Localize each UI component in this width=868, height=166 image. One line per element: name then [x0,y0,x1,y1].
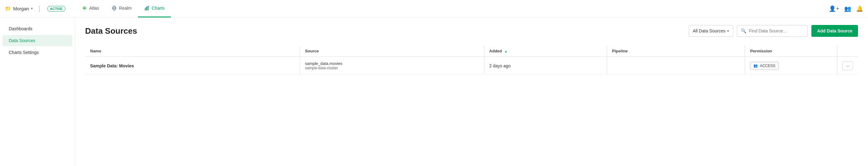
cell-name: Sample Data: Movies [85,57,300,75]
row-name-label: Sample Data: Movies [90,63,134,68]
chevron-down-icon: ▾ [31,7,33,11]
page-header: Data Sources All Data Sources ▾ 🔍 Add Da… [85,25,858,37]
col-header-name: Name [85,46,300,57]
access-label: ACCESS [760,64,775,68]
atlas-icon [82,5,87,11]
status-badge: ACTIVE [47,6,65,11]
page-title: Data Sources [85,26,684,36]
access-button[interactable]: 👥 ACCESS [750,62,778,70]
sidebar-item-charts-settings[interactable]: Charts Settings [2,47,72,58]
data-sources-table: Name Source Added ▲ Pipeline Permission [85,46,858,75]
col-header-permission: Permission [745,46,837,57]
col-header-source: Source [300,46,484,57]
realm-icon [112,5,117,11]
cell-permission: 👥 ACCESS [745,57,837,75]
table-header-row: Name Source Added ▲ Pipeline Permission [85,46,858,57]
more-icon: ··· [846,63,849,68]
sidebar-item-data-sources[interactable]: Data Sources [2,35,72,46]
cell-pipeline [607,57,745,75]
added-label: 2 days ago [489,63,511,68]
nav-link-atlas-label: Atlas [89,6,99,11]
sidebar: Dashboards Data Sources Charts Settings [0,17,75,166]
sidebar-item-dashboards[interactable]: Dashboards [2,23,72,34]
charts-icon [144,5,150,11]
table-header: Name Source Added ▲ Pipeline Permission [85,46,858,57]
top-nav-left: 📁 Morgan ▾ ⋮ ACTIVE Atlas [5,0,171,17]
table-body: Sample Data: Movies sample_data.movies s… [85,57,858,75]
cell-added: 2 days ago [484,57,607,75]
search-box: 🔍 [737,25,808,37]
svg-point-7 [145,8,146,9]
table-row: Sample Data: Movies sample_data.movies s… [85,57,858,75]
svg-point-9 [148,6,148,7]
search-input[interactable] [749,28,804,33]
cell-source: sample_data.movies sample-data-cluster [300,57,484,75]
dots-menu-icon[interactable]: ⋮ [37,5,42,12]
access-icon: 👥 [753,64,758,68]
project-selector[interactable]: 📁 Morgan ▾ [5,6,33,11]
add-data-source-button[interactable]: Add Data Source [811,25,858,37]
top-nav: 📁 Morgan ▾ ⋮ ACTIVE Atlas [0,0,868,17]
cell-actions: ··· [837,57,858,75]
nav-link-realm-label: Realm [119,6,131,11]
source-line1: sample_data.movies [305,61,479,66]
app-body: Dashboards Data Sources Charts Settings … [0,17,868,166]
nav-link-atlas[interactable]: Atlas [75,0,105,17]
main-nav-links: Atlas Realm [75,0,171,17]
col-header-actions [837,46,858,57]
project-name-label: Morgan [13,6,29,11]
svg-rect-6 [148,7,149,11]
filter-dropdown[interactable]: All Data Sources ▾ [689,25,733,37]
folder-icon: 📁 [5,6,11,11]
col-header-added[interactable]: Added ▲ [484,46,607,57]
sidebar-item-data-sources-label: Data Sources [9,38,35,43]
chevron-down-icon: ▾ [727,29,729,33]
add-user-icon[interactable]: 👤+ [829,5,839,12]
header-actions: All Data Sources ▾ 🔍 Add Data Source [689,25,858,37]
svg-rect-4 [145,9,146,10]
source-line2: sample-data-cluster [305,66,479,70]
row-more-button[interactable]: ··· [842,61,853,70]
search-icon: 🔍 [741,28,746,33]
sidebar-item-dashboards-label: Dashboards [9,26,33,31]
nav-link-charts[interactable]: Charts [138,0,171,17]
svg-rect-5 [146,7,147,10]
svg-point-8 [146,7,147,7]
top-nav-right: 👤+ 👥 🔔 [829,5,863,12]
share-icon[interactable]: 👥 [844,5,851,12]
nav-link-realm[interactable]: Realm [105,0,138,17]
nav-link-charts-label: Charts [152,6,164,11]
notifications-icon[interactable]: 🔔 [856,5,863,12]
sidebar-item-charts-settings-label: Charts Settings [9,50,39,55]
filter-dropdown-label: All Data Sources [693,28,725,33]
col-header-pipeline: Pipeline [607,46,745,57]
sort-icon: ▲ [504,50,507,53]
main-content: Data Sources All Data Sources ▾ 🔍 Add Da… [75,17,868,166]
